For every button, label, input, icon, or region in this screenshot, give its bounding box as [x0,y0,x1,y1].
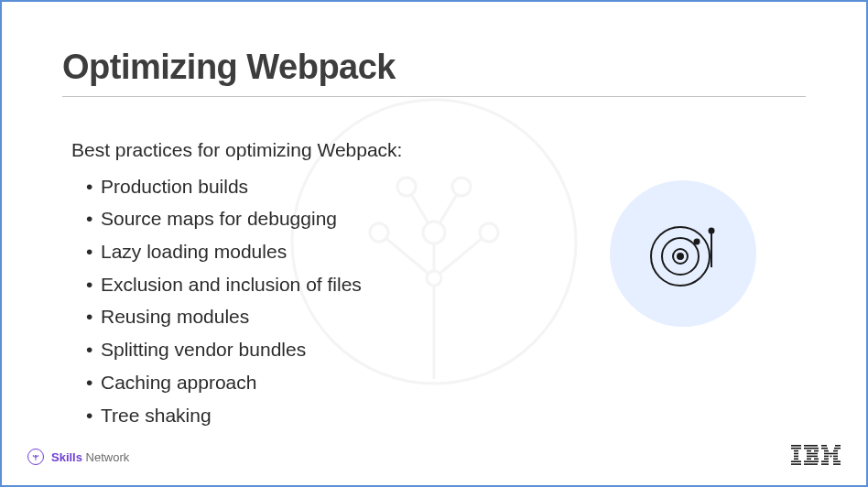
list-item: Splitting vendor bundles [86,333,806,366]
svg-rect-37 [807,453,818,455]
svg-rect-51 [830,456,832,458]
skills-light: Network [82,450,129,464]
intro-text: Best practices for optimizing Webpack: [71,134,806,167]
svg-point-15 [678,254,683,259]
svg-rect-35 [807,450,811,452]
svg-rect-33 [804,445,818,447]
page-title: Optimizing Webpack [62,48,806,97]
svg-rect-32 [791,463,801,465]
svg-rect-30 [794,459,798,460]
svg-point-23 [33,455,35,457]
network-badge-icon [27,449,44,465]
svg-rect-47 [824,450,829,452]
svg-rect-31 [791,460,801,462]
skills-network-brand: Skills Network [27,449,129,465]
svg-rect-54 [833,459,838,460]
svg-point-16 [694,239,700,245]
svg-point-24 [38,455,39,457]
list-item: Tree shaking [86,399,806,432]
svg-rect-49 [824,453,838,455]
svg-rect-55 [821,460,829,462]
svg-rect-48 [833,450,838,452]
target-illustration [610,180,756,327]
svg-rect-36 [814,450,819,452]
footer: Skills Network [2,445,866,469]
svg-rect-43 [821,445,827,447]
svg-rect-56 [833,460,841,462]
svg-point-22 [35,455,37,457]
svg-rect-26 [791,448,801,449]
svg-rect-50 [824,456,829,458]
svg-rect-29 [794,456,798,458]
ibm-logo [791,445,841,469]
svg-rect-25 [791,445,801,447]
svg-rect-42 [804,463,818,465]
svg-rect-57 [821,463,829,465]
svg-rect-40 [814,459,819,460]
skills-network-label: Skills Network [51,450,129,464]
svg-rect-53 [824,459,829,460]
svg-rect-46 [834,448,841,449]
svg-rect-34 [804,448,819,449]
svg-rect-39 [807,459,811,460]
svg-rect-52 [833,456,838,458]
svg-rect-58 [833,463,841,465]
svg-rect-28 [794,453,798,455]
svg-rect-27 [794,450,798,452]
svg-rect-44 [835,445,841,447]
svg-rect-45 [821,448,828,449]
skills-bold: Skills [51,450,82,464]
svg-rect-41 [804,460,819,462]
svg-rect-38 [807,456,818,458]
target-icon [642,212,724,295]
list-item: Caching approach [86,366,806,399]
